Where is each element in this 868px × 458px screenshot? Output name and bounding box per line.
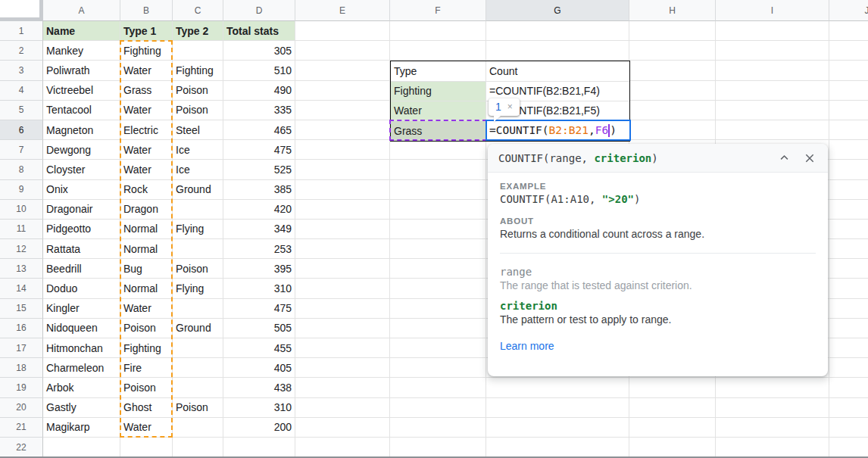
cell-D14[interactable]: 310 [223,279,295,298]
cell-A7[interactable]: Dewgong [43,140,120,160]
cell-E20[interactable] [295,398,390,418]
cell-I5[interactable] [716,101,829,120]
cell-B14[interactable]: Normal [120,279,173,298]
cell-J20[interactable] [829,398,868,418]
cell-D12[interactable]: 253 [223,239,295,259]
cell-A9[interactable]: Onix [43,180,120,200]
formula-editor-cell-G6[interactable]: =COUNTIF(B2:B21,F6) [487,121,629,139]
cell-G2[interactable] [486,41,629,61]
cell-F2[interactable] [390,41,486,61]
cell-C15[interactable] [173,299,223,319]
cell-A5[interactable]: Tentacool [43,101,120,120]
cell-F22[interactable] [390,438,486,457]
cell-D19[interactable]: 438 [223,378,295,397]
cell-H2[interactable] [629,41,716,61]
cell-F19[interactable] [390,378,486,397]
cell-B2[interactable]: Fighting [120,41,173,61]
cell-D3[interactable]: 510 [223,61,295,80]
cell-H22[interactable] [629,438,716,457]
cell-C17[interactable] [173,338,223,358]
cell-E3[interactable] [295,61,390,80]
cell-A16[interactable]: Nidoqueen [43,319,120,338]
collapse-button[interactable] [777,151,792,165]
cell-E22[interactable] [295,438,390,457]
cell-A3[interactable]: Poliwrath [43,61,120,80]
cell-C5[interactable]: Poison [173,101,223,120]
cell-J9[interactable] [829,180,868,200]
cell-A15[interactable]: Kingler [43,299,120,319]
cell-F21[interactable] [390,418,486,438]
cell-E15[interactable] [295,299,390,319]
row-header-5[interactable]: 5 [0,101,43,120]
cell-D13[interactable]: 395 [223,259,295,279]
cell-B20[interactable]: Ghost [120,398,173,418]
cell-C4[interactable]: Poison [173,81,223,101]
cell-C11[interactable]: Flying [173,220,223,239]
cell-D18[interactable]: 405 [223,358,295,378]
cell-C16[interactable]: Ground [173,319,223,338]
cell-F18[interactable] [390,358,486,378]
cell-D9[interactable]: 385 [223,180,295,200]
column-header-H[interactable]: H [629,0,716,21]
cell-A17[interactable]: Hitmonchan [43,338,120,358]
row-header-14[interactable]: 14 [0,279,43,298]
cell-I1[interactable] [716,21,829,41]
cell-C8[interactable]: Ice [173,160,223,179]
cell-E21[interactable] [295,418,390,438]
cell-F3[interactable]: Type [391,61,486,81]
cell-J10[interactable] [829,200,868,220]
cell-B6[interactable]: Electric [120,120,173,140]
cell-J17[interactable] [829,338,868,358]
cell-F5[interactable]: Water [391,101,486,121]
row-header-19[interactable]: 19 [0,378,43,397]
column-header-A[interactable]: A [43,0,120,21]
cell-E17[interactable] [295,338,390,358]
cell-A21[interactable]: Magikarp [43,418,120,438]
cell-D4[interactable]: 490 [223,81,295,101]
cell-C18[interactable] [173,358,223,378]
cell-D22[interactable] [223,438,295,457]
cell-J6[interactable] [829,120,868,140]
cell-E18[interactable] [295,358,390,378]
cell-H21[interactable] [629,418,716,438]
cell-F12[interactable] [390,239,486,259]
cell-E1[interactable] [295,21,390,41]
cell-A4[interactable]: Victreebel [43,81,120,101]
cell-D8[interactable]: 525 [223,160,295,179]
cell-B5[interactable]: Water [120,101,173,120]
cell-E12[interactable] [295,239,390,259]
cell-I6[interactable] [716,120,829,140]
cell-C13[interactable]: Poison [173,259,223,279]
cell-A14[interactable]: Doduo [43,279,120,298]
cell-B9[interactable]: Rock [120,180,173,200]
cell-F11[interactable] [390,220,486,239]
row-header-3[interactable]: 3 [0,61,43,80]
cell-F14[interactable] [390,279,486,298]
cell-J22[interactable] [829,438,868,457]
cell-I20[interactable] [716,398,829,418]
cell-F7[interactable] [390,140,486,160]
cell-A6[interactable]: Magneton [43,120,120,140]
cell-E8[interactable] [295,160,390,179]
row-header-17[interactable]: 17 [0,338,43,358]
row-header-1[interactable]: 1 [0,21,43,41]
cell-J4[interactable] [829,81,868,101]
cell-F13[interactable] [390,259,486,279]
cell-H20[interactable] [629,398,716,418]
cell-A8[interactable]: Cloyster [43,160,120,179]
cell-J8[interactable] [829,160,868,179]
cell-E19[interactable] [295,378,390,397]
cell-H1[interactable] [629,21,716,41]
cell-B7[interactable]: Water [120,140,173,160]
cell-D21[interactable]: 200 [223,418,295,438]
cell-J2[interactable] [829,41,868,61]
cell-E10[interactable] [295,200,390,220]
row-header-9[interactable]: 9 [0,180,43,200]
cell-F20[interactable] [390,398,486,418]
cell-E13[interactable] [295,259,390,279]
cell-I19[interactable] [716,378,829,397]
cell-D16[interactable]: 505 [223,319,295,338]
cell-B4[interactable]: Grass [120,81,173,101]
row-header-12[interactable]: 12 [0,239,43,259]
cell-C2[interactable] [173,41,223,61]
